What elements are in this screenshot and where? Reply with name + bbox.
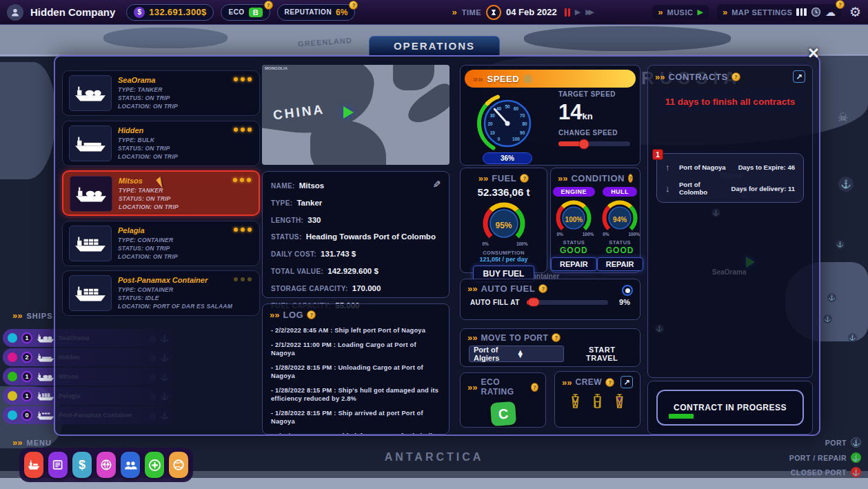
ship-count-badge: 0 [21, 410, 32, 421]
speed-slider-knob[interactable] [579, 139, 589, 149]
help-coin-icon[interactable]: ? [605, 378, 614, 387]
ship-card-seaorama[interactable]: SeaOrama TYPE: TANKER STATUS: ON TRIP LO… [62, 70, 260, 116]
minimap-land [393, 65, 434, 90]
closed-port-anchor-icon: ⚓ [851, 467, 861, 477]
repair-engine-button[interactable]: REPAIR [551, 257, 597, 271]
ship-thumbnail [70, 176, 112, 212]
close-icon[interactable]: × [808, 44, 819, 63]
port-marker-icon[interactable]: ⚓ [848, 333, 857, 342]
map-settings-label: MAP SETTINGS [731, 8, 792, 17]
legend-label: PORT / REPAIR [789, 454, 847, 462]
consumption-value: 121,05t / per day [461, 256, 547, 263]
chevron-icon: » [658, 7, 663, 17]
speedometer-gauge: 0 10 20 30 40 50 60 70 80 90 100 [476, 92, 539, 155]
help-coin-icon[interactable]: ? [538, 284, 547, 293]
company-avatar-icon[interactable] [7, 4, 23, 21]
contract-in-progress-button[interactable]: CONTRACT IN PROGRESS [656, 390, 804, 426]
help-coin-icon[interactable]: ? [552, 333, 561, 342]
help-coin-icon[interactable]: ? [836, 0, 845, 9]
gauge-tick: 40 [496, 106, 501, 111]
ship-status: STATUS: ON TRIP [118, 244, 253, 252]
auto-fill-slider[interactable] [527, 300, 608, 305]
ship-count-badge: 2 [21, 352, 32, 363]
crew-external-link-icon[interactable]: ↗ [620, 376, 633, 388]
fast-forward-button[interactable]: ▶▶ [585, 8, 592, 17]
gauge-max-label: 100% [629, 232, 640, 237]
ship-icon [37, 410, 54, 420]
contract-destination-port: Port of Colombo [679, 181, 726, 196]
gauge-min-label: 0% [556, 232, 563, 237]
crew-member-icon[interactable] [570, 394, 581, 408]
engine-percent: 100% [565, 216, 583, 223]
menu-ships-button[interactable] [24, 452, 43, 478]
ship-location: LOCATION: PORT OF DAR ES SALAAM [118, 302, 253, 310]
menu-market-button[interactable] [97, 452, 116, 478]
help-coin-icon[interactable]: ? [531, 383, 538, 392]
chevron-icon: » [723, 7, 727, 17]
hull-percent: 94% [613, 216, 627, 223]
ship-thumbnail [69, 126, 112, 161]
menu-news-button[interactable] [48, 452, 68, 478]
auto-fill-slider-knob[interactable] [528, 298, 540, 307]
help-coin-icon[interactable]: ? [731, 72, 740, 81]
ship-card-mitsos-selected[interactable]: Mitsos TYPE: TANKER STATUS: ON TRIP LOCA… [62, 170, 260, 216]
contracts-external-link-icon[interactable]: ↗ [793, 70, 805, 83]
speed-slider[interactable] [558, 141, 630, 146]
detail-value: 142.929.600 $ [327, 267, 379, 275]
start-travel-button[interactable]: START TRAVEL [572, 346, 632, 362]
chevron-icon: »» [467, 382, 477, 392]
legend-label: PORT [825, 439, 847, 447]
status-label: STATUS [563, 239, 585, 246]
port-select-dropdown[interactable]: Port of Algiers ▲▼ [469, 346, 564, 362]
music-control[interactable]: » MUSIC ▶ [652, 5, 709, 19]
play-button[interactable]: ▶ [575, 8, 581, 17]
repair-hull-button[interactable]: REPAIR [597, 257, 643, 271]
ship-card-pelagia[interactable]: Pelagia TYPE: CONTAINER STATUS: ON TRIP … [62, 221, 260, 266]
port-marker-icon[interactable]: ⚓ [838, 177, 854, 192]
ship-icon [27, 459, 41, 470]
help-coin-icon[interactable]: ? [520, 174, 529, 183]
crew-member-icon[interactable] [614, 394, 625, 408]
world-globe-icon [172, 459, 185, 471]
gauge-tick: 50 [505, 104, 509, 109]
pause-button[interactable] [565, 8, 570, 17]
menu-finance-button[interactable]: $ [72, 452, 92, 478]
ship-card-hidden[interactable]: Hidden TYPE: BULK STATUS: ON TRIP LOCATI… [62, 121, 260, 166]
map-settings-control[interactable]: » MAP SETTINGS ? ☁ [717, 4, 841, 21]
chevron-icon: »» [562, 377, 572, 388]
help-coin-icon[interactable]: ? [307, 310, 316, 319]
help-coin-icon[interactable] [523, 74, 532, 83]
ship-card-post-panamax[interactable]: Post-Panamax Container TYPE: CONTAINER S… [62, 270, 260, 316]
crew-member-icon[interactable] [592, 394, 603, 408]
operations-title-bar: OPERATIONS [369, 36, 500, 55]
ship-rating-dots [234, 128, 252, 132]
plus-icon [149, 459, 161, 471]
ship-count-badge: 1 [21, 390, 32, 401]
port-marker-icon[interactable]: ⚓ [827, 293, 836, 302]
container-ship-icon [74, 234, 106, 252]
port-marker-icon[interactable]: ⚓ [823, 315, 832, 323]
edit-pencil-icon[interactable]: ✎ [431, 180, 442, 188]
help-coin-icon[interactable]: ? [349, 1, 358, 10]
weather-cloud-icon[interactable]: ☁ [825, 6, 836, 19]
contract-card[interactable]: 1 ↑ Port of Nagoya Days to Expire: 46 ↓ … [656, 153, 804, 203]
menu-crew-button[interactable] [121, 452, 140, 478]
music-play-icon[interactable]: ▶ [697, 8, 703, 17]
ships-overlay-label: SHIPS [26, 312, 52, 320]
menu-world-button[interactable] [169, 452, 188, 478]
consumption-label: CONSUMPTION [461, 250, 547, 256]
help-coin-icon[interactable]: ? [264, 1, 273, 10]
port-marker-icon[interactable]: ⚓ [836, 240, 845, 249]
ship-location-minimap[interactable]: MONGOLIA CHINA [262, 65, 450, 165]
help-coin-icon[interactable]: ? [628, 174, 633, 183]
ship-location: LOCATION: ON TRIP [118, 102, 253, 110]
menu-add-button[interactable] [145, 452, 164, 478]
ship-color-dot [8, 333, 17, 343]
detail-value: 330 [307, 216, 321, 224]
auto-fuel-toggle[interactable] [622, 285, 633, 296]
clock-icon[interactable] [811, 7, 821, 17]
hull-status: GOOD [606, 246, 634, 255]
layers-bars-icon[interactable] [796, 8, 807, 16]
port-anchor-icon: ⚓ [851, 437, 861, 448]
settings-gear-icon[interactable]: ⚙ [849, 4, 861, 20]
